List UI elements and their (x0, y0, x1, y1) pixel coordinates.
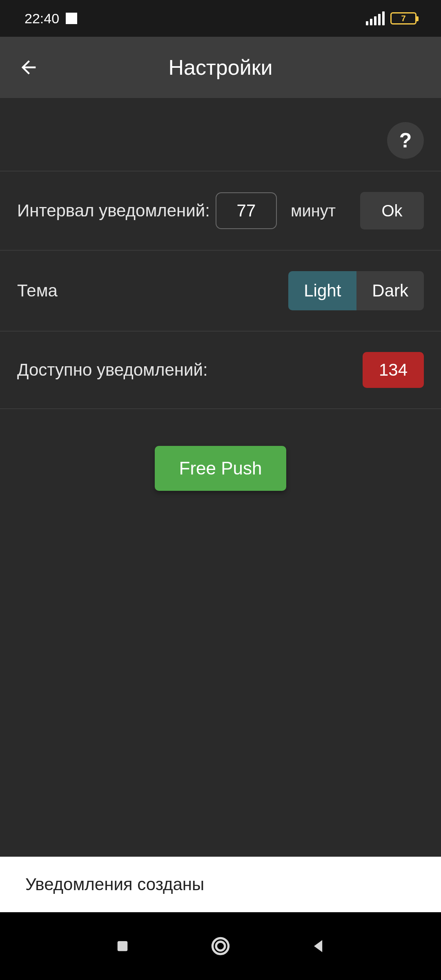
svg-point-1 (213, 938, 229, 954)
available-count: 134 (379, 360, 408, 379)
ok-label: Ok (381, 202, 402, 220)
theme-row: Тема Light Dark (0, 251, 441, 332)
theme-label: Тема (17, 281, 58, 301)
content: ? Интервал уведомлений: минут Ok Тема Li… (0, 98, 441, 491)
interval-label: Интервал уведомлений: (17, 201, 210, 220)
circle-icon (210, 935, 231, 957)
status-indicator-icon (66, 13, 77, 24)
nav-home-button[interactable] (208, 934, 233, 958)
theme-toggle: Light Dark (288, 271, 424, 310)
toast-message: Уведомления созданы (25, 875, 204, 894)
available-row: Доступно уведомлений: 134 (0, 332, 441, 409)
interval-row: Интервал уведомлений: минут Ok (0, 172, 441, 251)
help-icon: ? (399, 129, 412, 152)
interval-unit: минут (291, 202, 336, 220)
triangle-left-icon (310, 937, 327, 955)
nav-recent-button[interactable] (110, 934, 135, 958)
ok-button[interactable]: Ok (360, 192, 424, 229)
free-push-button[interactable]: Free Push (155, 446, 287, 491)
navigation-bar (0, 912, 441, 980)
help-row: ? (0, 110, 441, 172)
available-count-badge[interactable]: 134 (363, 352, 424, 388)
svg-rect-0 (118, 941, 128, 951)
available-label: Доступно уведомлений: (17, 360, 208, 380)
status-right: 7 (366, 11, 416, 25)
page-title: Настройки (0, 55, 441, 80)
battery-icon: 7 (390, 12, 416, 24)
status-time: 22:40 (24, 11, 59, 27)
toast: Уведомления созданы (0, 857, 441, 912)
help-button[interactable]: ? (387, 122, 424, 159)
free-push-label: Free Push (179, 458, 262, 478)
app-bar: Настройки (0, 37, 441, 98)
status-left: 22:40 (24, 11, 77, 27)
signal-icon (366, 11, 385, 25)
theme-option-dark[interactable]: Dark (356, 271, 424, 310)
theme-option-light[interactable]: Light (288, 271, 356, 310)
nav-back-button[interactable] (306, 934, 331, 958)
svg-point-2 (216, 942, 225, 951)
battery-level: 7 (401, 14, 405, 23)
status-bar: 22:40 7 (0, 0, 441, 37)
free-push-row: Free Push (0, 409, 441, 491)
square-icon (114, 938, 131, 955)
interval-input[interactable] (216, 192, 277, 229)
